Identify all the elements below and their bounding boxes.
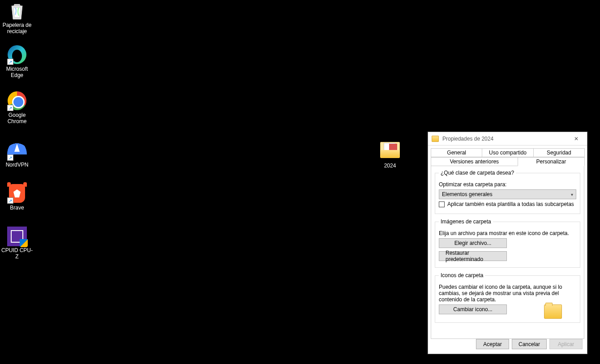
- optimize-select[interactable]: Elementos generales ▾: [439, 189, 576, 199]
- desktop-icon-recycle-bin[interactable]: Papelera de reciclaje: [0, 1, 34, 34]
- group-folder-kind: ¿Qué clase de carpeta desea? Optimizar e…: [435, 170, 580, 214]
- recycle-bin-icon: [7, 1, 27, 21]
- desktop-icon-label: Google Chrome: [0, 112, 34, 124]
- close-icon: ✕: [574, 136, 579, 142]
- group-folder-icons: Iconos de carpeta Puedes cambiar el icon…: [435, 272, 580, 323]
- desktop-icon-chrome[interactable]: ↗ Google Chrome: [0, 91, 34, 124]
- shortcut-arrow-icon: ↗: [7, 154, 13, 161]
- change-icon-button[interactable]: Cambiar icono...: [439, 304, 507, 314]
- desktop-icon-nordvpn[interactable]: ↗ NordVPN: [0, 137, 34, 168]
- restore-default-button[interactable]: Restaurar predeterminado: [439, 251, 507, 261]
- tab-personalizar[interactable]: Personalizar: [518, 157, 585, 166]
- apply-template-checkbox[interactable]: Aplicar también esta plantilla a todas l…: [439, 201, 576, 207]
- tab-body-personalizar: ¿Qué clase de carpeta desea? Optimizar e…: [431, 166, 584, 339]
- desktop-icon-folder-2024[interactable]: 2024: [373, 140, 407, 169]
- shortcut-arrow-icon: ↗: [7, 105, 13, 111]
- cancel-button[interactable]: Cancelar: [512, 339, 547, 349]
- brave-icon: ↗: [7, 184, 27, 204]
- nordvpn-icon: ↗: [7, 141, 27, 161]
- desktop-icon-label: CPUID CPU-Z: [0, 247, 34, 260]
- shortcut-arrow-icon: ↗: [7, 59, 13, 65]
- desktop-icon-label: 2024: [373, 163, 407, 169]
- desktop-icon-label: Papelera de reciclaje: [0, 22, 34, 34]
- desktop-icon-brave[interactable]: ↗ Brave: [0, 184, 34, 211]
- group-legend: Imágenes de carpeta: [439, 218, 493, 225]
- dialog-titlebar[interactable]: Propiedades de 2024 ✕: [428, 132, 587, 146]
- folder-icon-preview: [544, 304, 562, 319]
- folder-icon: [380, 142, 400, 162]
- shortcut-arrow-icon: ↗: [7, 197, 13, 204]
- edge-icon: ↗: [7, 45, 27, 65]
- group-folder-images: Imágenes de carpeta Elija un archivo par…: [435, 218, 580, 268]
- checkbox-label: Aplicar también esta plantilla a todas l…: [447, 201, 574, 207]
- desktop-icon-label: NordVPN: [0, 162, 34, 168]
- choose-file-button[interactable]: Elegir archivo...: [439, 238, 507, 248]
- close-button[interactable]: ✕: [567, 133, 585, 145]
- properties-dialog: Propiedades de 2024 ✕ General Uso compar…: [428, 132, 587, 354]
- checkbox-icon: [439, 201, 445, 207]
- select-value: Elementos generales: [442, 191, 493, 197]
- chevron-down-icon: ▾: [571, 192, 573, 197]
- desktop-icon-cpuz[interactable]: CPUID CPU-Z: [0, 227, 34, 260]
- group-legend: Iconos de carpeta: [439, 272, 485, 278]
- folder-icons-hint: Puedes cambiar el icono de la carpeta, a…: [439, 284, 573, 303]
- tab-strip: General Uso compartido Seguridad Version…: [428, 146, 587, 166]
- desktop-icon-edge[interactable]: ↗ Microsoft Edge: [0, 45, 34, 78]
- apply-button[interactable]: Aplicar: [549, 339, 583, 349]
- cpuz-icon: [7, 227, 27, 246]
- tab-seguridad[interactable]: Seguridad: [533, 148, 585, 157]
- chrome-icon: ↗: [7, 91, 27, 111]
- folder-icon: [432, 136, 439, 142]
- desktop-icon-label: Microsoft Edge: [0, 66, 34, 78]
- tab-versiones-anteriores[interactable]: Versiones anteriores: [431, 157, 518, 166]
- tab-uso-compartido[interactable]: Uso compartido: [482, 148, 533, 157]
- folder-images-hint: Elija un archivo para mostrar en este ic…: [439, 230, 576, 236]
- group-legend: ¿Qué clase de carpeta desea?: [439, 170, 516, 176]
- optimize-label: Optimizar esta carpeta para:: [439, 181, 576, 188]
- tab-general[interactable]: General: [431, 148, 482, 157]
- dialog-footer: Aceptar Cancelar Aplicar: [476, 339, 583, 349]
- dialog-title: Propiedades de 2024: [442, 136, 567, 142]
- ok-button[interactable]: Aceptar: [476, 339, 509, 349]
- desktop-icon-label: Brave: [0, 205, 34, 211]
